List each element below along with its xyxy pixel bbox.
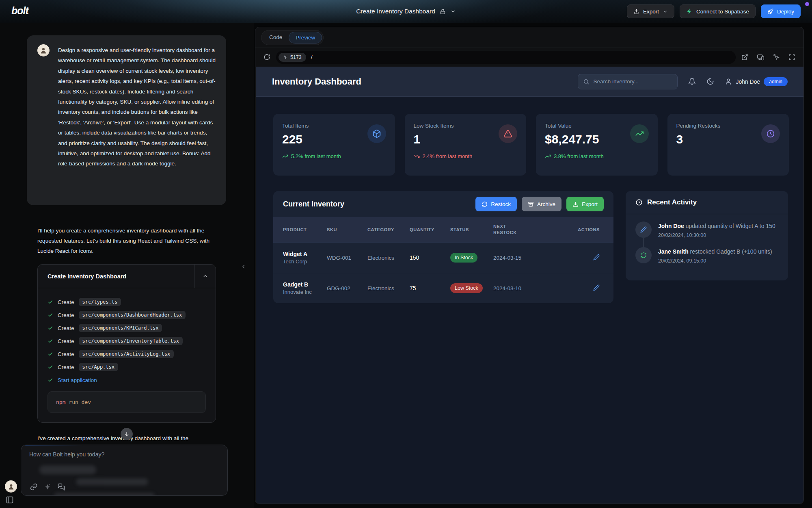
user-menu[interactable]: John Doe admin: [725, 77, 788, 86]
workbench-panel: Code Preview 5173 /: [255, 27, 804, 504]
plug-icon: [283, 55, 288, 60]
activity-title: Recent Activity: [647, 198, 697, 206]
file-row[interactable]: Create src/components/InventoryTable.tsx: [48, 334, 206, 347]
status-badge: Low Stock: [450, 283, 483, 293]
blurred-suggestion: [76, 478, 148, 485]
collapse-chat-icon[interactable]: [240, 263, 247, 270]
archive-button[interactable]: Archive: [522, 197, 561, 211]
app-title: Inventory Dashboard: [272, 76, 578, 87]
file-path[interactable]: src/App.tsx: [79, 363, 118, 371]
column-status: STATUS: [450, 227, 493, 233]
supplier-name: Tech Corp: [283, 258, 323, 265]
file-row[interactable]: Create src/App.tsx: [48, 360, 206, 373]
file-row[interactable]: Create src/components/DashboardHeader.ts…: [48, 308, 206, 321]
trend-up-icon: [282, 153, 288, 159]
connect-supabase-button[interactable]: Connect to Supabase: [680, 4, 756, 18]
column-category: CATEGORY: [367, 227, 410, 233]
category-value: Electronics: [367, 285, 410, 291]
start-application-row[interactable]: Start application: [48, 373, 206, 386]
status-badge: In Stock: [450, 253, 477, 263]
chat-mode-icon[interactable]: [58, 483, 65, 491]
dark-mode-toggle-icon[interactable]: [706, 78, 714, 85]
export-button[interactable]: Export: [627, 4, 674, 18]
clock-icon: [635, 199, 643, 206]
chevron-up-icon: [202, 273, 208, 279]
supplier-name: Innovate Inc: [283, 289, 323, 295]
inspect-pointer-icon[interactable]: [773, 54, 780, 61]
trending-up-icon: [630, 124, 649, 143]
tab-preview[interactable]: Preview: [289, 32, 322, 43]
tab-code[interactable]: Code: [263, 32, 289, 43]
attach-link-icon[interactable]: [30, 483, 37, 491]
reload-icon[interactable]: [263, 54, 270, 61]
export-data-button[interactable]: Export: [566, 197, 604, 211]
file-path[interactable]: src/components/DashboardHeader.tsx: [79, 311, 186, 319]
open-external-icon[interactable]: [741, 54, 748, 61]
column-next-restock: NEXT RESTOCK: [493, 224, 518, 236]
account-avatar[interactable]: [5, 480, 17, 493]
deploy-button[interactable]: Deploy: [761, 4, 801, 18]
inventory-search[interactable]: [578, 74, 678, 89]
column-actions: ACTIONS: [539, 227, 604, 233]
column-product: PRODUCT: [283, 227, 327, 233]
search-icon: [583, 78, 590, 85]
activity-user: John Doe: [658, 223, 684, 229]
devices-icon[interactable]: [757, 54, 764, 61]
scroll-down-button[interactable]: [121, 428, 133, 440]
sidebar-toggle-icon[interactable]: [6, 496, 14, 504]
sku-value: WDG-001: [327, 255, 367, 261]
trend-up-icon: [545, 153, 551, 159]
view-tab-bar: Code Preview: [255, 27, 803, 48]
file-row[interactable]: Create src/components/ActivityLog.tsx: [48, 347, 206, 360]
product-name: Gadget B: [283, 281, 323, 288]
check-icon: [48, 351, 53, 357]
command-args: run dev: [69, 399, 91, 405]
file-row[interactable]: Create src/components/KPICard.tsx: [48, 321, 206, 334]
edit-row-icon[interactable]: [593, 284, 600, 291]
next-restock-value: 2024-03-15: [493, 255, 539, 261]
sparkles-icon[interactable]: [44, 483, 51, 491]
file-action: Create: [58, 325, 74, 331]
category-value: Electronics: [367, 255, 410, 261]
address-field[interactable]: 5173 /: [276, 51, 736, 64]
url-path: /: [311, 54, 313, 60]
terminal-command-block: npm run dev: [48, 391, 206, 413]
quantity-value[interactable]: 75: [410, 285, 450, 291]
export-label: Export: [643, 9, 659, 15]
pencil-icon: [635, 221, 652, 238]
current-inventory-card: Current Inventory Restock Archive Export: [273, 191, 613, 303]
file-path[interactable]: src/types.ts: [79, 298, 121, 306]
port-pill[interactable]: 5173: [279, 53, 306, 62]
url-bar: 5173 /: [255, 48, 803, 66]
user-icon: [725, 78, 732, 85]
edit-row-icon[interactable]: [593, 254, 600, 261]
timeline-connector: [643, 238, 644, 247]
refresh-icon: [482, 201, 488, 207]
inventory-title: Current Inventory: [283, 200, 475, 208]
collapse-artifact-button[interactable]: [194, 265, 216, 288]
chevron-down-icon[interactable]: [450, 9, 456, 14]
table-row: Gadget B Innovate Inc GDG-002 Electronic…: [273, 273, 613, 303]
blurred-suggestion: [39, 465, 96, 474]
activity-action: updated quantity of Widget A to 150: [686, 223, 775, 229]
start-application-label: Start application: [58, 377, 97, 383]
file-path[interactable]: src/components/KPICard.tsx: [79, 324, 162, 332]
bell-icon[interactable]: [688, 78, 696, 85]
file-row[interactable]: Create src/types.ts: [48, 295, 206, 308]
search-input[interactable]: [593, 78, 672, 85]
user-avatar: [37, 44, 50, 56]
check-icon: [48, 364, 53, 370]
top-bar: bolt Create Inventory Dashboard Export C…: [0, 0, 812, 23]
quantity-value[interactable]: 150: [410, 254, 450, 261]
file-path[interactable]: src/components/InventoryTable.tsx: [79, 337, 183, 345]
kpi-delta: 5.2% from last month: [291, 153, 341, 159]
user-prompt-text: Design a responsive and user-friendly in…: [58, 45, 217, 169]
export-data-label: Export: [582, 201, 598, 207]
restock-button[interactable]: Restock: [475, 197, 517, 211]
rocket-icon: [767, 9, 773, 15]
activity-timestamp: 20/02/2024, 10:30:00: [658, 232, 775, 238]
fullscreen-icon[interactable]: [788, 54, 795, 61]
kpi-card-low-stock: Low Stock Items 1 2.4% from last month: [405, 114, 527, 176]
file-action: Create: [58, 312, 74, 318]
file-path[interactable]: src/components/ActivityLog.tsx: [79, 350, 174, 358]
